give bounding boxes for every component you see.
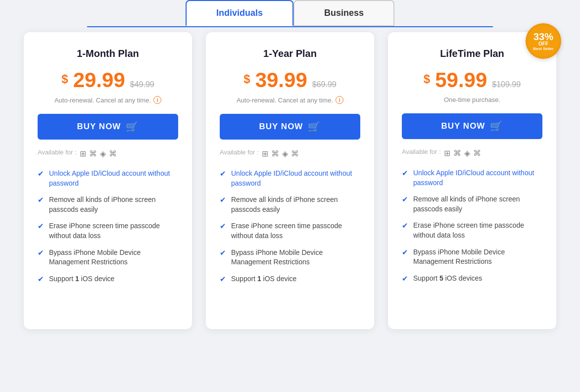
check-icon: ✔ [402, 221, 408, 230]
cart-icon-lifetime: 🛒 [490, 120, 503, 132]
price-dollar-lifetime: $ [424, 72, 430, 86]
feature-item: ✔ Bypass iPhone Mobile Device Management… [38, 248, 178, 267]
buy-button-lifetime[interactable]: BUY NOW 🛒 [402, 113, 542, 139]
feature-text: Unlock Apple ID/iCloud account without p… [413, 168, 542, 188]
plan-title-yearly: 1-Year Plan [220, 48, 360, 59]
features-list-lifetime: ✔ Unlock Apple ID/iCloud account without… [402, 168, 542, 283]
platform-icons-yearly: ⊞ ⌘ ◈ ⌘ [262, 149, 299, 158]
info-icon-yearly[interactable]: i [336, 96, 343, 104]
plan-card-yearly: 1-Year Plan $ 39.99 $69.99 Auto-renewal.… [206, 32, 374, 329]
check-icon: ✔ [402, 169, 408, 178]
windows-icon: ⊞ [80, 149, 86, 158]
buy-button-yearly[interactable]: BUY NOW 🛒 [220, 114, 360, 140]
mac-icon: ⌘ [271, 149, 279, 158]
best-seller-badge: 33% OFF Best Seller [526, 23, 561, 59]
plan-title-lifetime: LifeTime Plan [402, 48, 542, 59]
available-label-lifetime: Available for : [402, 148, 441, 155]
price-row-yearly: $ 39.99 $69.99 [220, 68, 360, 92]
price-note-lifetime: One-time purchase. [402, 96, 542, 103]
badge-seller: Best Seller [533, 47, 553, 51]
tabs-top: Individuals Business [186, 0, 394, 26]
check-icon: ✔ [38, 275, 44, 284]
feature-item: ✔ Bypass iPhone Mobile Device Management… [402, 247, 542, 267]
feature-item: ✔ Support 1 iOS device [220, 274, 360, 284]
check-icon: ✔ [402, 195, 408, 204]
tab-business[interactable]: Business [293, 0, 394, 26]
check-icon: ✔ [38, 222, 44, 231]
available-label-yearly: Available for : [220, 148, 259, 156]
android-icon: ◈ [282, 149, 288, 158]
cart-icon-yearly: 🛒 [308, 121, 321, 133]
price-dollar-monthly: $ [61, 72, 68, 86]
mac-icon: ⌘ [89, 149, 97, 158]
tab-individuals[interactable]: Individuals [186, 0, 293, 26]
check-icon: ✔ [220, 248, 226, 257]
check-icon: ✔ [220, 169, 226, 178]
feature-item: ✔ Erase iPhone screen time passcode with… [38, 221, 178, 241]
check-icon: ✔ [38, 248, 44, 257]
buy-button-monthly[interactable]: BUY NOW 🛒 [38, 114, 178, 140]
check-icon: ✔ [402, 274, 408, 283]
cart-icon-monthly: 🛒 [126, 121, 139, 133]
available-row-monthly: Available for : ⊞ ⌘ ◈ ⌘ [38, 148, 178, 159]
badge-circle: 33% OFF Best Seller [526, 23, 561, 59]
price-current-lifetime: 59.99 [435, 68, 487, 92]
check-icon: ✔ [220, 196, 226, 204]
platform-icons-monthly: ⊞ ⌘ ◈ ⌘ [80, 149, 117, 158]
price-dollar-yearly: $ [243, 72, 250, 86]
apple-icon: ⌘ [473, 148, 481, 158]
price-old-yearly: $69.99 [312, 80, 337, 89]
info-icon-monthly[interactable]: i [153, 96, 161, 104]
plan-card-lifetime: 33% OFF Best Seller LifeTime Plan $ 59.9… [388, 32, 556, 329]
feature-text: Bypass iPhone Mobile Device Management R… [413, 247, 542, 267]
feature-item: ✔ Support 5 iOS devices [402, 274, 542, 284]
feature-item: ✔ Erase iPhone screen time passcode with… [402, 221, 542, 240]
check-icon: ✔ [38, 196, 44, 204]
price-note-yearly: Auto-renewal. Cancel at any time. i [220, 96, 360, 104]
badge-percent: 33% [533, 32, 553, 42]
badge-off: OFF [538, 42, 548, 47]
price-current-yearly: 39.99 [255, 68, 307, 92]
price-row-lifetime: $ 59.99 $109.99 [402, 68, 542, 92]
price-current-monthly: 29.99 [73, 68, 125, 92]
apple-icon: ⌘ [109, 149, 117, 158]
feature-text: Remove all kinds of iPhone screen passco… [231, 195, 360, 214]
feature-text: Support 1 iOS device [49, 274, 114, 284]
plan-title-monthly: 1-Month Plan [38, 48, 178, 59]
feature-text: Remove all kinds of iPhone screen passco… [49, 195, 178, 214]
feature-item: ✔ Remove all kinds of iPhone screen pass… [402, 195, 542, 214]
available-row-yearly: Available for : ⊞ ⌘ ◈ ⌘ [220, 148, 360, 159]
features-list-monthly: ✔ Unlock Apple ID/iCloud account without… [38, 169, 178, 284]
plan-card-monthly: 1-Month Plan $ 29.99 $49.99 Auto-renewal… [24, 32, 192, 329]
apple-icon: ⌘ [291, 149, 299, 158]
check-icon: ✔ [220, 275, 226, 284]
feature-item: ✔ Unlock Apple ID/iCloud account without… [402, 168, 542, 188]
feature-text: Erase iPhone screen time passcode withou… [49, 221, 178, 241]
android-icon: ◈ [100, 149, 106, 158]
features-list-yearly: ✔ Unlock Apple ID/iCloud account without… [220, 169, 360, 284]
feature-text: Unlock Apple ID/iCloud account without p… [49, 169, 178, 188]
feature-text: Unlock Apple ID/iCloud account without p… [231, 169, 360, 188]
feature-item: ✔ Unlock Apple ID/iCloud account without… [220, 169, 360, 188]
plans-container: 1-Month Plan $ 29.99 $49.99 Auto-renewal… [4, 27, 576, 349]
feature-item: ✔ Remove all kinds of iPhone screen pass… [220, 195, 360, 214]
check-icon: ✔ [38, 169, 44, 178]
tabs-section: Individuals Business [0, 0, 580, 27]
feature-item: ✔ Erase iPhone screen time passcode with… [220, 221, 360, 241]
android-icon: ◈ [464, 148, 470, 158]
feature-text: Erase iPhone screen time passcode withou… [231, 221, 360, 241]
feature-text: Bypass iPhone Mobile Device Management R… [49, 248, 178, 267]
platform-icons-lifetime: ⊞ ⌘ ◈ ⌘ [444, 148, 481, 158]
available-row-lifetime: Available for : ⊞ ⌘ ◈ ⌘ [402, 148, 542, 158]
feature-text: Bypass iPhone Mobile Device Management R… [231, 248, 360, 267]
tab-individuals-label: Individuals [216, 8, 263, 18]
tab-business-label: Business [324, 8, 364, 18]
windows-icon: ⊞ [444, 148, 450, 158]
feature-item: ✔ Unlock Apple ID/iCloud account without… [38, 169, 178, 188]
price-note-monthly: Auto-renewal. Cancel at any time. i [38, 96, 178, 104]
feature-item: ✔ Support 1 iOS device [38, 274, 178, 284]
price-row-monthly: $ 29.99 $49.99 [38, 68, 178, 92]
check-icon: ✔ [220, 222, 226, 231]
feature-text: Erase iPhone screen time passcode withou… [413, 221, 542, 240]
windows-icon: ⊞ [262, 149, 268, 158]
